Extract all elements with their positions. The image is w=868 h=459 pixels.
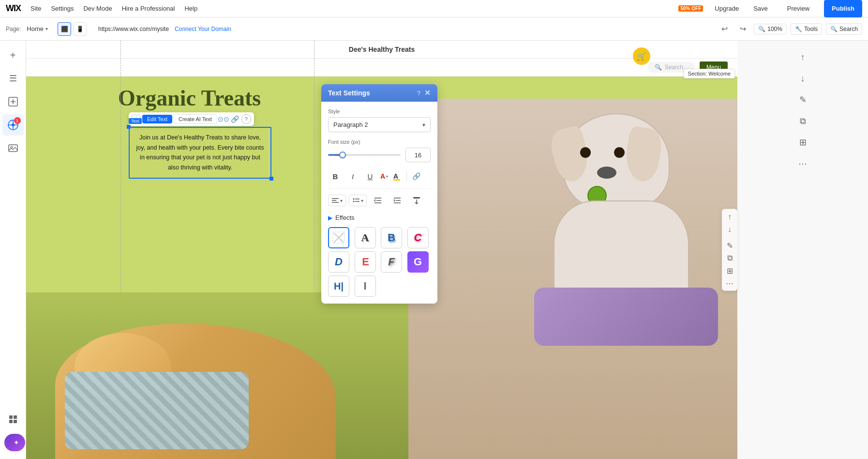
effects-header[interactable]: ▶ Effects	[328, 214, 431, 221]
text-content: Join us at Dee's Healthy Treats to share…	[136, 134, 264, 171]
svg-point-4	[12, 123, 15, 126]
nav-devmode[interactable]: Dev Mode	[83, 5, 112, 12]
style-value: Paragraph 2	[333, 121, 368, 128]
preview-button[interactable]: Preview	[782, 3, 814, 14]
site-title: Dee's Healthy Treats	[349, 46, 415, 53]
indent-increase-button[interactable]	[389, 194, 405, 207]
link-button[interactable]: 🔗	[411, 171, 422, 182]
right-panel-icon-2[interactable]: ↓	[794, 70, 811, 87]
list-icon	[352, 197, 360, 204]
site-nav: 🔍 Search... Menu	[26, 59, 737, 76]
effect-tile-A[interactable]: A	[355, 227, 376, 248]
dog-eye-r	[614, 147, 625, 158]
align-left-icon	[331, 197, 339, 204]
nav-hire[interactable]: Hire a Professional	[122, 5, 175, 12]
slider-thumb[interactable]	[339, 152, 346, 158]
effect-tile-F[interactable]: F	[381, 251, 402, 273]
highlight-color-button[interactable]: A	[392, 171, 403, 182]
indent-decrease-button[interactable]	[370, 194, 386, 207]
effect-tile-E[interactable]: E	[355, 251, 376, 273]
right-panel-edit-icon[interactable]: ✎	[794, 91, 811, 108]
right-panel-dots-icon[interactable]: ⋯	[794, 155, 811, 172]
font-size-slider[interactable]	[328, 150, 401, 160]
nav-site[interactable]: Site	[30, 5, 41, 12]
panel-help-icon[interactable]: ?	[417, 90, 420, 97]
more-options-button[interactable]	[408, 194, 425, 207]
effect-tile-D[interactable]: D	[328, 251, 349, 273]
text-color-button[interactable]: A ▾	[380, 172, 388, 180]
link-icon[interactable]: 🔗	[230, 114, 240, 124]
upgrade-button[interactable]: Upgrade	[715, 5, 739, 12]
edge-more-icon[interactable]: ⋯	[724, 277, 735, 289]
sidebar-item-apps[interactable]: 1	[2, 114, 24, 136]
toolbar2: Page: Home ▾ ⬛ 📱 https://www.wix.com/mys…	[0, 17, 868, 41]
dog-nose	[597, 167, 616, 179]
nav-help[interactable]: Help	[184, 5, 197, 12]
effect-tile-G[interactable]: G	[407, 251, 429, 273]
indent-in-icon	[393, 196, 402, 205]
color-picker-icon[interactable]: ⊙⊙	[218, 114, 229, 124]
search-button[interactable]: 🔍 Search	[826, 23, 862, 35]
page-label: Page:	[6, 26, 21, 32]
svg-rect-14	[14, 420, 17, 423]
font-size-value: 16	[415, 152, 421, 159]
effect-tile-I[interactable]: I	[355, 275, 376, 297]
sidebar-item-more[interactable]	[2, 409, 24, 430]
edge-edit-icon[interactable]: ✎	[724, 240, 735, 251]
section-welcome-text: Section: Welcome	[688, 71, 731, 76]
bold-button[interactable]: B	[328, 169, 343, 184]
zoom-control[interactable]: 🔍 100%	[754, 24, 787, 34]
resize-handle-br[interactable]	[269, 177, 273, 181]
sidebar-item-add-section[interactable]	[2, 91, 24, 112]
edge-divider	[724, 237, 724, 238]
undo-button[interactable]: ↩	[717, 22, 732, 36]
effect-tile-H[interactable]: H|	[328, 275, 349, 297]
slider-track	[328, 154, 401, 156]
italic-button[interactable]: I	[345, 169, 360, 184]
sidebar-item-add-elements[interactable]: +	[2, 45, 24, 66]
edge-grid-icon[interactable]: ⊞	[724, 265, 735, 276]
upgrade-badge: 50% OFF	[678, 5, 703, 12]
publish-button[interactable]: Publish	[824, 0, 862, 17]
edge-up-icon[interactable]: ↑	[724, 211, 735, 223]
save-button[interactable]: Save	[748, 3, 773, 14]
right-panel-icon-1[interactable]: ↑	[794, 48, 811, 66]
desktop-view-button[interactable]: ⬛	[58, 22, 71, 36]
edit-toolbar-container: ⠿ Edit Text Create AI Text ⊙⊙ 🔗 ? Text	[129, 112, 271, 179]
right-panel-grid-icon[interactable]: ⊞	[794, 134, 811, 151]
sidebar-item-media[interactable]	[2, 138, 24, 159]
text-block-container: Text Join us at Dee's Healthy Treats to …	[129, 127, 271, 179]
mobile-view-button[interactable]: 📱	[73, 22, 87, 36]
effect-tile-B[interactable]: B	[381, 227, 402, 248]
edge-down-icon[interactable]: ↓	[724, 224, 735, 235]
text-settings-panel: Text Settings ? ✕ Style Paragraph 2 ▾ Fo…	[321, 84, 437, 304]
style-dropdown[interactable]: Paragraph 2 ▾	[328, 117, 431, 132]
effect-tile-none[interactable]	[328, 227, 349, 248]
edge-layers-icon[interactable]: ⧉	[724, 252, 735, 264]
tools-button[interactable]: 🔧 Tools	[791, 23, 822, 35]
vertical-align-icon	[412, 196, 421, 205]
right-panel-layers-icon[interactable]: ⧉	[794, 112, 811, 130]
create-ai-button[interactable]: Create AI Text	[173, 114, 217, 124]
page-dropdown[interactable]: Home ▾	[27, 25, 48, 32]
resize-handle-tl[interactable]	[127, 125, 131, 129]
nav-settings[interactable]: Settings	[51, 5, 74, 12]
ai-floating-button[interactable]: ✦	[8, 434, 25, 451]
effects-label: Effects	[335, 214, 355, 221]
help-tooltip-icon[interactable]: ?	[241, 114, 251, 124]
font-size-input[interactable]: 16	[405, 148, 431, 162]
effect-tile-C[interactable]: C	[407, 227, 429, 248]
effect-B-label: B	[388, 231, 395, 244]
redo-button[interactable]: ↪	[735, 22, 750, 36]
svg-rect-16	[393, 179, 400, 181]
list-dropdown[interactable]: ▾	[349, 195, 367, 206]
text-align-dropdown[interactable]: ▾	[328, 195, 346, 206]
sidebar-item-pages[interactable]: ☰	[2, 68, 24, 89]
text-block[interactable]: Join us at Dee's Healthy Treats to share…	[129, 127, 271, 179]
panel-close-button[interactable]: ✕	[424, 89, 431, 97]
edit-text-button[interactable]: Edit Text	[142, 115, 172, 123]
text-color-chevron: ▾	[386, 174, 388, 179]
underline-button[interactable]: U	[363, 169, 377, 184]
connect-domain-link[interactable]: Connect Your Domain	[175, 26, 231, 32]
cart-icon[interactable]: 🛒	[633, 47, 650, 65]
